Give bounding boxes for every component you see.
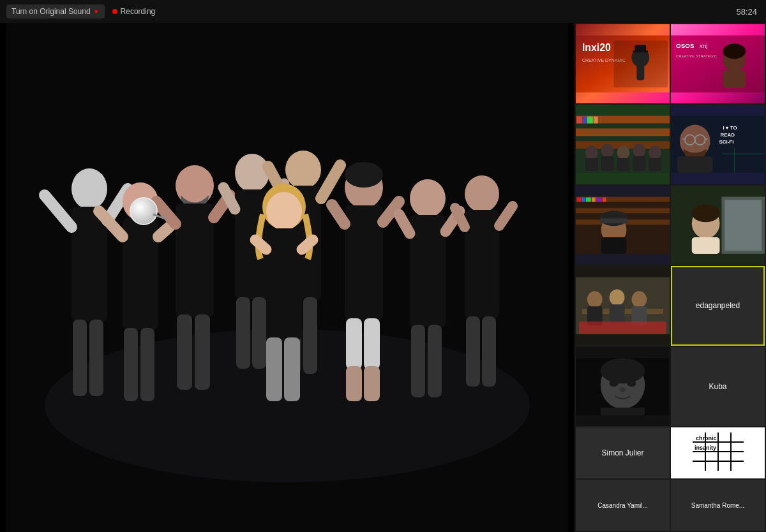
svg-rect-116 <box>577 197 582 202</box>
svg-rect-58 <box>466 316 480 387</box>
svg-point-95 <box>649 146 661 160</box>
svg-rect-76 <box>723 70 746 88</box>
svg-rect-19 <box>195 314 210 390</box>
participant-tile-4[interactable]: I ♥ TO READ SCI-FI <box>671 105 765 184</box>
svg-rect-138 <box>610 304 625 323</box>
svg-rect-15 <box>176 203 214 317</box>
svg-rect-83 <box>577 117 582 124</box>
svg-point-147 <box>620 387 626 392</box>
participant-tile-1[interactable]: lnxi20 CREATIVE DYNAMIC <box>576 24 670 103</box>
svg-point-14 <box>176 165 214 206</box>
svg-rect-119 <box>592 197 596 202</box>
svg-rect-68 <box>635 45 646 51</box>
svg-point-87 <box>585 146 598 160</box>
svg-rect-52 <box>411 325 425 397</box>
svg-point-135 <box>587 292 603 308</box>
tile-1-art: lnxi20 CREATIVE DYNAMIC <box>576 24 670 103</box>
svg-rect-121 <box>603 197 606 202</box>
recording-label: Recording <box>121 7 156 16</box>
svg-rect-125 <box>601 237 627 254</box>
svg-rect-24 <box>236 297 250 369</box>
svg-rect-86 <box>594 117 598 124</box>
svg-text:CREATIVE STRATEGIC: CREATIVE STRATEGIC <box>676 54 717 58</box>
kuba-name: Kuba <box>703 377 732 396</box>
svg-line-36 <box>302 240 313 249</box>
svg-text:lnxi20: lnxi20 <box>582 42 611 53</box>
participant-tile-2[interactable]: OSOS xnj CREATIVE STRATEGIC <box>671 24 765 103</box>
svg-point-40 <box>345 162 383 188</box>
svg-line-35 <box>255 240 266 249</box>
svg-point-89 <box>601 144 614 158</box>
svg-rect-7 <box>89 320 103 396</box>
participant-tile-6[interactable] <box>671 186 765 265</box>
tile-6-art <box>671 186 765 265</box>
svg-rect-37 <box>266 337 282 401</box>
svg-point-2 <box>71 168 107 209</box>
svg-rect-34 <box>266 228 302 340</box>
svg-point-48 <box>410 179 446 218</box>
svg-rect-46 <box>346 366 362 401</box>
svg-rect-13 <box>140 328 154 401</box>
recording-badge: Recording <box>112 7 156 16</box>
participant-tile-3[interactable] <box>576 105 670 184</box>
svg-point-130 <box>692 204 720 222</box>
participant-tile-edaganpeled[interactable]: edaganpeled <box>671 266 765 345</box>
svg-text:SCI-FI: SCI-FI <box>719 140 733 145</box>
svg-rect-118 <box>586 197 591 202</box>
participants-panel: lnxi20 CREATIVE DYNAMIC <box>574 23 766 532</box>
svg-rect-88 <box>585 158 598 171</box>
tile-2-art: OSOS xnj CREATIVE STRATEGIC <box>671 24 765 103</box>
svg-point-20 <box>235 154 269 192</box>
tile-3-art <box>576 105 670 184</box>
participant-tile-simon[interactable]: Simon Julier <box>576 427 670 478</box>
svg-rect-117 <box>582 197 585 202</box>
svg-rect-12 <box>124 328 138 401</box>
svg-rect-85 <box>587 117 593 124</box>
participant-tile-5[interactable] <box>576 186 670 265</box>
svg-text:xnj: xnj <box>700 42 708 49</box>
tile-5-art <box>576 186 670 265</box>
main-video-panel <box>0 23 574 532</box>
tile-4-art: I ♥ TO READ SCI-FI <box>671 105 765 184</box>
tile-face-art <box>576 347 670 426</box>
participant-tile-7[interactable] <box>576 266 670 345</box>
svg-point-139 <box>631 292 647 308</box>
chronic-insanity-text: chronic insanity <box>693 432 744 473</box>
simon-name: Simon Julier <box>596 443 649 462</box>
svg-rect-55 <box>465 210 499 318</box>
participant-tile-face-dark[interactable] <box>576 347 670 426</box>
main-area: lnxi20 CREATIVE DYNAMIC <box>0 23 766 532</box>
participant-tile-chronic[interactable]: chronic insanity <box>671 427 765 478</box>
svg-rect-120 <box>596 197 602 202</box>
svg-point-146 <box>627 380 636 387</box>
svg-line-11 <box>158 227 169 237</box>
svg-rect-25 <box>252 297 266 369</box>
dropdown-arrow-icon: ▼ <box>93 8 100 15</box>
svg-rect-59 <box>482 316 496 387</box>
svg-point-145 <box>610 380 619 387</box>
main-video-art <box>0 23 574 532</box>
svg-rect-31 <box>303 297 317 374</box>
svg-rect-6 <box>73 320 87 396</box>
svg-point-137 <box>610 290 625 306</box>
svg-text:READ: READ <box>720 133 735 138</box>
svg-point-33 <box>266 192 302 230</box>
svg-rect-131 <box>692 237 720 254</box>
svg-rect-41 <box>345 205 383 320</box>
svg-rect-70 <box>636 64 644 80</box>
svg-rect-96 <box>649 158 661 171</box>
svg-rect-81 <box>576 129 670 137</box>
svg-rect-45 <box>364 318 380 369</box>
svg-rect-69 <box>633 50 648 52</box>
participant-tile-kuba[interactable]: Kuba <box>671 347 765 426</box>
participant-tile-samantha[interactable]: Samantha Rome... <box>671 480 765 531</box>
participant-tile-casandra[interactable]: Casandra Yamil... <box>576 480 670 531</box>
tile-7-art <box>576 266 670 345</box>
original-sound-button[interactable]: Turn on Original Sound ▼ <box>6 4 105 18</box>
svg-rect-84 <box>583 117 587 124</box>
svg-point-91 <box>617 146 630 160</box>
svg-rect-148 <box>601 408 645 415</box>
svg-text:insanity: insanity <box>695 445 716 451</box>
original-sound-label: Turn on Original Sound <box>11 7 91 16</box>
svg-rect-124 <box>600 218 628 223</box>
